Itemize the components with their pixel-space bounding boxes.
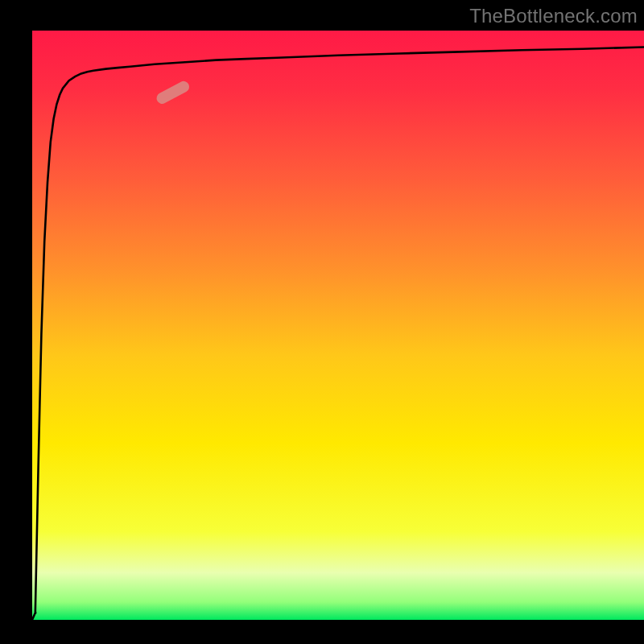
- chart-svg: [0, 0, 644, 644]
- chart-container: TheBottleneck.com: [0, 0, 644, 644]
- gradient-background: [32, 31, 644, 620]
- watermark-text: TheBottleneck.com: [469, 5, 638, 27]
